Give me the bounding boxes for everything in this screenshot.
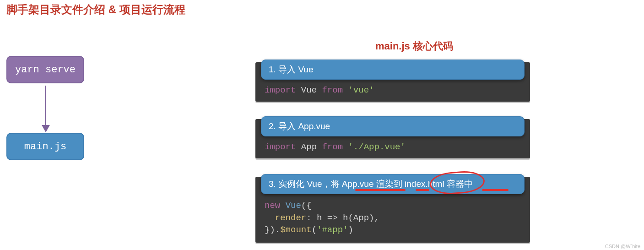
code-card-body: import App from './App.vue': [255, 136, 530, 158]
prop-render: render: [275, 213, 306, 223]
brace: ({: [301, 201, 312, 211]
code-card-head: 1. 导入 Vue: [261, 60, 525, 80]
arrow-fn: : h => h(App),: [306, 213, 379, 223]
keyword-new: new: [265, 201, 280, 211]
string-literal: './App.vue': [348, 142, 405, 152]
brace-close: }).: [265, 225, 280, 235]
code-card-body: new Vue({ render: h => h(App), }).$mount…: [255, 194, 530, 243]
keyword-from: from: [322, 142, 343, 152]
identifier: App: [301, 142, 317, 152]
underline-annotation: [482, 189, 509, 191]
flow-arrow-line: [45, 86, 46, 127]
string-literal: '#app': [317, 225, 348, 235]
flow-arrow-head-icon: [42, 125, 50, 132]
page-title: 脚手架目录文件介绍 & 项目运行流程: [6, 2, 185, 17]
keyword-from: from: [322, 85, 343, 95]
flow-step-main-js: main.js: [6, 133, 84, 160]
code-card-import-vue: 1. 导入 Vue import Vue from 'vue': [255, 62, 530, 102]
keyword-import: import: [265, 85, 296, 95]
watermark: CSDN @W`hite: [605, 244, 640, 249]
paren: ): [348, 225, 353, 235]
code-card-head-text: 3. 实例化 Vue，将 App.vue 渲染到 index.html 容器中: [269, 179, 473, 189]
paren: (: [312, 225, 317, 235]
code-card-body: import Vue from 'vue': [255, 80, 530, 102]
code-card-head: 2. 导入 App.vue: [261, 116, 525, 136]
identifier: Vue: [301, 85, 317, 95]
code-card-new-vue: 3. 实例化 Vue，将 App.vue 渲染到 index.html 容器中 …: [255, 177, 530, 243]
section-subtitle: main.js 核心代码: [375, 39, 453, 53]
underline-annotation: [355, 189, 406, 191]
method-mount: $mount: [280, 225, 311, 235]
class-name: Vue: [286, 201, 301, 211]
flow-step-yarn-serve: yarn serve: [6, 56, 84, 83]
underline-annotation: [416, 189, 429, 191]
code-card-head: 3. 实例化 Vue，将 App.vue 渲染到 index.html 容器中: [261, 174, 525, 194]
string-literal: 'vue': [348, 85, 374, 95]
keyword-import: import: [265, 142, 296, 152]
code-card-import-app: 2. 导入 App.vue import App from './App.vue…: [255, 119, 530, 158]
